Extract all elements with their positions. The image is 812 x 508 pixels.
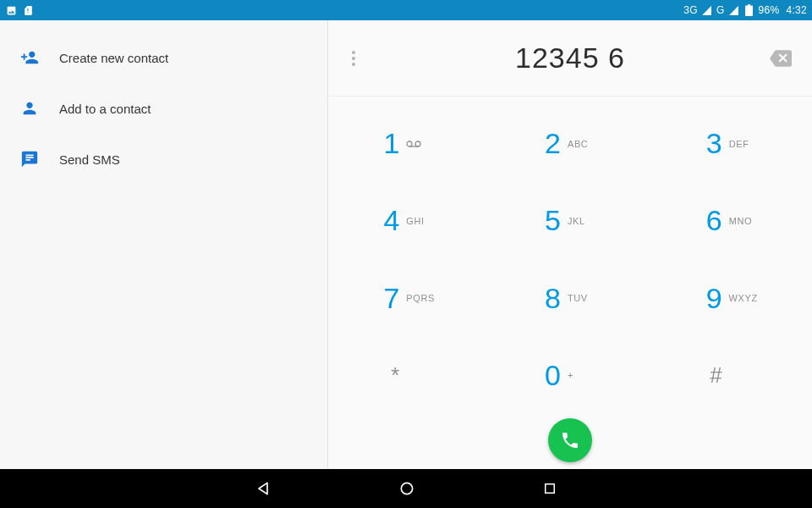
call-button[interactable]	[548, 418, 592, 462]
signal-icon-2	[728, 4, 740, 16]
key-digit: 3	[705, 127, 722, 160]
person-icon	[20, 99, 59, 118]
svg-point-2	[407, 141, 412, 146]
key-digit: 1	[382, 127, 399, 160]
status-right: 3G G 96% 4:32	[683, 4, 807, 16]
key-sub: PQRS	[406, 293, 435, 303]
keypad: 1 2 ABC 3 DEF 4 GHI 5	[328, 97, 812, 418]
key-8[interactable]: 8 TUV	[490, 260, 651, 337]
key-digit: #	[705, 362, 722, 389]
sidebar: Create new contact Add to a contact Send…	[0, 20, 328, 469]
key-digit: 5	[544, 204, 561, 237]
key-3[interactable]: 3 DEF	[650, 105, 812, 182]
signal-icon	[701, 4, 713, 16]
nav-back-button[interactable]	[255, 480, 272, 497]
key-digit: 7	[382, 282, 399, 315]
dial-panel: 12345 6 1 2 ABC 3 DEF	[328, 20, 812, 469]
key-5[interactable]: 5 JKL	[490, 182, 651, 259]
key-sub: ABC	[568, 139, 596, 149]
key-sub: GHI	[406, 216, 435, 226]
key-digit: 2	[544, 127, 561, 160]
key-digit: *	[382, 362, 399, 389]
sidebar-item-send-sms[interactable]: Send SMS	[0, 134, 327, 185]
status-left	[5, 4, 34, 16]
image-icon	[5, 4, 17, 16]
voicemail-icon	[406, 141, 435, 147]
sd-icon	[22, 4, 34, 16]
key-2[interactable]: 2 ABC	[490, 105, 651, 182]
clock: 4:32	[786, 4, 807, 16]
nav-recent-button[interactable]	[542, 481, 557, 496]
key-7[interactable]: 7 PQRS	[328, 260, 490, 337]
sidebar-item-label: Create new contact	[59, 51, 168, 65]
key-4[interactable]: 4 GHI	[328, 182, 490, 259]
key-digit: 8	[544, 282, 561, 315]
message-icon	[20, 150, 59, 168]
key-1[interactable]: 1	[328, 105, 490, 182]
svg-rect-6	[546, 484, 555, 494]
sidebar-item-label: Send SMS	[59, 152, 120, 167]
key-digit: 6	[705, 204, 722, 237]
key-0[interactable]: 0 +	[490, 337, 651, 414]
content: Create new contact Add to a contact Send…	[0, 20, 812, 469]
network-g-label: G	[716, 4, 725, 16]
key-hash[interactable]: #	[650, 337, 812, 414]
screen: 3G G 96% 4:32 Create new contact	[0, 0, 812, 508]
key-sub: DEF	[729, 139, 758, 149]
dial-header: 12345 6	[328, 20, 812, 97]
key-9[interactable]: 9 WXYZ	[650, 260, 812, 337]
status-bar: 3G G 96% 4:32	[0, 0, 812, 20]
dial-display: 12345 6	[328, 41, 812, 75]
key-star[interactable]: *	[328, 337, 490, 414]
key-sub: JKL	[568, 216, 596, 226]
backspace-button[interactable]	[770, 50, 792, 67]
nav-home-button[interactable]	[398, 480, 415, 497]
svg-rect-0	[745, 6, 753, 17]
add-person-icon	[20, 48, 59, 67]
sidebar-item-create-contact[interactable]: Create new contact	[0, 32, 327, 83]
key-sub: TUV	[568, 293, 596, 303]
key-sub: WXYZ	[729, 293, 758, 303]
battery-percent: 96%	[759, 4, 780, 16]
key-sub: MNO	[729, 216, 758, 226]
key-digit: 4	[382, 204, 399, 237]
overflow-menu-icon[interactable]	[348, 47, 359, 69]
sidebar-item-label: Add to a contact	[59, 102, 151, 116]
svg-rect-1	[748, 4, 750, 6]
svg-point-5	[401, 483, 412, 494]
key-6[interactable]: 6 MNO	[650, 182, 812, 259]
key-digit: 0	[544, 359, 561, 392]
key-sub: +	[568, 370, 596, 380]
sidebar-item-add-to-contact[interactable]: Add to a contact	[0, 83, 327, 134]
battery-icon	[743, 4, 755, 16]
key-digit: 9	[705, 282, 722, 315]
svg-point-3	[415, 141, 420, 146]
network-label: 3G	[683, 4, 698, 16]
call-row	[328, 418, 812, 469]
nav-bar	[0, 469, 812, 508]
